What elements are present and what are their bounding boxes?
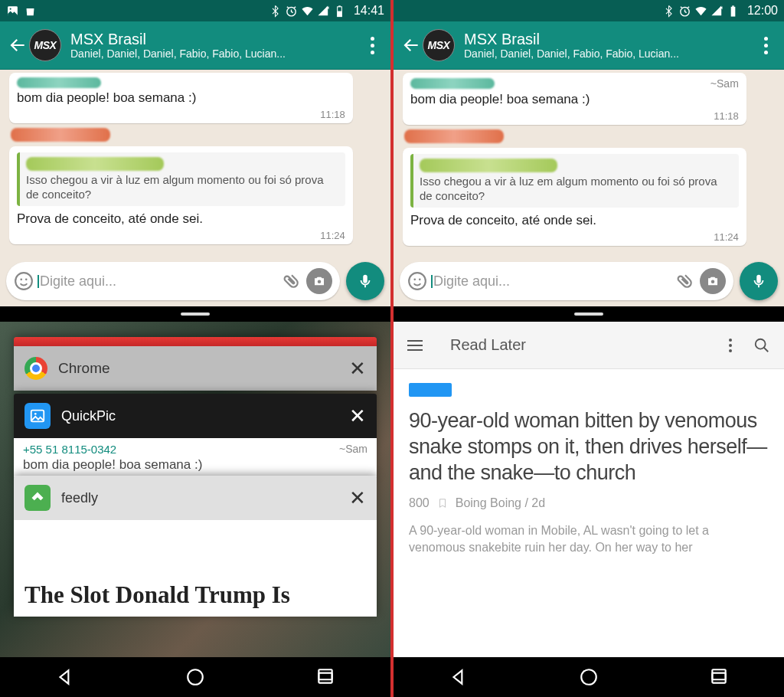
camera-button[interactable]	[700, 268, 726, 294]
back-icon[interactable]	[8, 35, 28, 55]
close-icon[interactable]: ✕	[349, 357, 366, 381]
chat-subtitle: Daniel, Daniel, Daniel, Fabio, Fabio, Lu…	[70, 47, 361, 60]
feedly-icon	[24, 485, 51, 511]
message-bubble[interactable]: Isso chegou a vir à luz em algum momento…	[9, 146, 353, 244]
article-excerpt: A 90-year-old woman in Mobile, AL wasn't…	[409, 522, 769, 556]
group-avatar[interactable]: MSX	[29, 29, 61, 61]
nav-recents-icon[interactable]	[315, 667, 335, 687]
chat-area[interactable]: ~Sam bom dia people! boa semana :) 11:18…	[394, 69, 784, 306]
app-bar: MSX MSX Brasil Daniel, Daniel, Daniel, F…	[0, 21, 390, 69]
nav-bar	[0, 657, 390, 697]
chrome-icon	[24, 357, 47, 380]
input-placeholder: Digite aqui...	[433, 273, 675, 290]
camera-button[interactable]	[306, 268, 332, 294]
chat-subtitle: Daniel, Daniel, Daniel, Fabio, Fabio, Lu…	[464, 47, 755, 60]
message-time: 11:18	[320, 109, 345, 120]
close-icon[interactable]: ✕	[349, 404, 366, 428]
right-pane: 12:00 MSX MSX Brasil Daniel, Daniel, Dan…	[394, 0, 784, 697]
chat-title: MSX Brasil	[70, 31, 361, 47]
emoji-icon[interactable]	[407, 271, 427, 291]
input-placeholder: Digite aqui...	[40, 273, 282, 290]
input-row: Digite aqui...	[6, 262, 384, 300]
quickpic-icon	[24, 403, 51, 429]
signal-icon	[710, 5, 724, 18]
left-pane: 14:41 MSX MSX Brasil Daniel, Daniel, Dan…	[0, 0, 390, 697]
recents-card-quickpic[interactable]: QuickPic ✕ +55 51 8115-0342 ~Sam bom dia…	[14, 394, 377, 477]
feedly-toolbar: Read Later	[394, 322, 784, 369]
split-handle[interactable]	[0, 306, 390, 322]
bluetooth-icon	[269, 5, 282, 18]
menu-icon[interactable]	[361, 37, 383, 54]
recents-app-label: QuickPic	[61, 408, 116, 424]
article-tag	[409, 383, 452, 397]
svg-point-25	[581, 669, 596, 685]
nav-recents-icon[interactable]	[709, 667, 729, 687]
recents-pane[interactable]: Chrome ✕ QuickPic ✕ +55 51 8115-0342 ~Sa…	[0, 322, 390, 657]
hamburger-icon[interactable]	[407, 340, 423, 351]
signal-icon	[317, 5, 330, 18]
voice-button[interactable]	[346, 262, 384, 300]
wifi-icon	[694, 5, 707, 18]
svg-point-24	[756, 339, 766, 348]
menu-icon[interactable]	[729, 339, 732, 352]
nav-home-icon[interactable]	[579, 667, 599, 687]
chat-title: MSX Brasil	[464, 31, 755, 47]
svg-point-13	[188, 669, 203, 685]
status-time: 14:41	[354, 4, 384, 18]
chat-titles[interactable]: MSX Brasil Daniel, Daniel, Daniel, Fabio…	[70, 31, 361, 60]
message-bubble[interactable]: Isso chegou a vir à luz em algum momento…	[403, 148, 746, 246]
message-input[interactable]: Digite aqui...	[6, 262, 340, 300]
article-meta: 800 Boing Boing / 2d	[409, 496, 769, 510]
search-icon[interactable]	[753, 337, 770, 354]
nav-back-icon[interactable]	[449, 667, 469, 687]
message-time: 11:18	[714, 110, 739, 122]
article[interactable]: 90-year-old woman bitten by venomous sna…	[394, 369, 784, 657]
feedly-pane: Read Later 90-year-old woman bitten by v…	[394, 322, 784, 657]
svg-point-7	[20, 279, 22, 281]
recents-app-label: Chrome	[58, 360, 110, 377]
feedly-title: Read Later	[450, 336, 526, 354]
attach-icon[interactable]	[671, 267, 700, 296]
alarm-icon	[678, 5, 691, 18]
message-text: bom dia people! boa semana :)	[410, 91, 739, 108]
voice-button[interactable]	[740, 262, 778, 300]
status-time: 12:00	[747, 4, 778, 18]
svg-rect-18	[732, 5, 734, 6]
nav-bar	[394, 657, 784, 697]
back-icon[interactable]	[401, 35, 421, 55]
quoted-message: Isso chegou a vir à luz em algum momento…	[410, 154, 739, 208]
svg-rect-27	[712, 669, 725, 679]
group-avatar[interactable]: MSX	[423, 29, 455, 61]
message-bubble[interactable]: ~Sam bom dia people! boa semana :) 11:18	[403, 73, 746, 125]
svg-rect-14	[318, 673, 332, 683]
chat-area[interactable]: bom dia people! boa semana :) 11:18 Isso…	[0, 69, 390, 306]
split-handle[interactable]	[394, 306, 784, 322]
svg-point-12	[34, 413, 37, 415]
nav-back-icon[interactable]	[55, 667, 75, 687]
shop-icon	[24, 5, 37, 18]
message-bubble[interactable]: bom dia people! boa semana :) 11:18	[9, 73, 353, 123]
nav-home-icon[interactable]	[185, 667, 205, 687]
message-time: 11:24	[714, 231, 739, 243]
recents-card-feedly[interactable]: feedly ✕ The Slot Donald Trump Is	[14, 476, 377, 617]
quoted-message: Isso chegou a vir à luz em algum momento…	[17, 152, 345, 206]
close-icon[interactable]: ✕	[349, 486, 366, 510]
attach-icon[interactable]	[278, 267, 306, 296]
svg-point-19	[409, 273, 426, 290]
svg-point-9	[318, 280, 322, 284]
status-bar: 12:00	[394, 0, 784, 21]
svg-rect-26	[712, 673, 725, 683]
svg-point-6	[15, 273, 32, 290]
bookmark-icon	[437, 498, 448, 509]
recents-card-chrome[interactable]: Chrome ✕	[14, 337, 377, 391]
app-bar: MSX MSX Brasil Daniel, Daniel, Daniel, F…	[394, 21, 784, 69]
message-text: bom dia people! boa semana :)	[17, 90, 345, 106]
message-input[interactable]: Digite aqui...	[400, 262, 733, 300]
chat-titles[interactable]: MSX Brasil Daniel, Daniel, Daniel, Fabio…	[464, 31, 755, 60]
svg-rect-23	[756, 275, 761, 283]
svg-point-21	[419, 279, 421, 281]
svg-point-1	[10, 8, 11, 9]
article-headline: 90-year-old woman bitten by venomous sna…	[409, 407, 769, 486]
menu-icon[interactable]	[755, 37, 776, 54]
emoji-icon[interactable]	[14, 271, 34, 291]
